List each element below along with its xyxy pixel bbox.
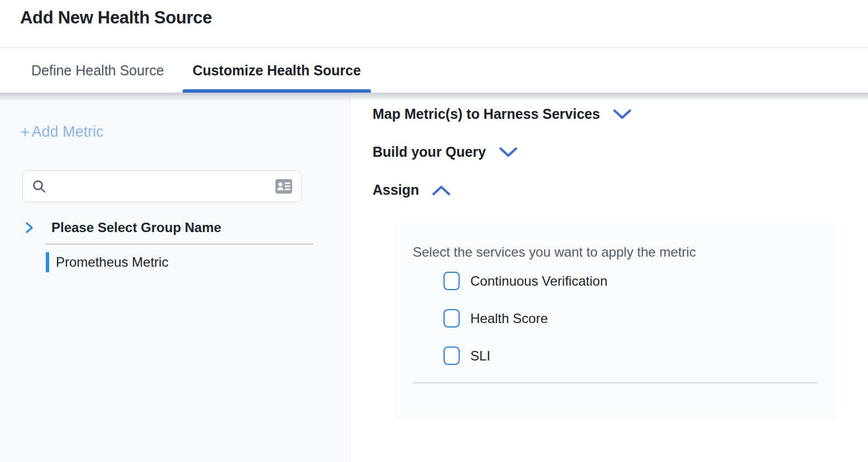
assign-helper-text: Select the services you want to apply th… bbox=[413, 244, 696, 260]
checkbox-continuous-verification[interactable] bbox=[443, 272, 460, 290]
chevron-up-icon bbox=[431, 184, 451, 196]
chevron-down-icon bbox=[498, 146, 518, 158]
section-label: Assign bbox=[373, 182, 419, 198]
chevron-right-icon bbox=[25, 220, 34, 235]
checkbox-sli[interactable] bbox=[443, 346, 460, 365]
checkbox-row-health-score[interactable]: Health Score bbox=[443, 309, 548, 328]
plus-icon: + bbox=[20, 124, 30, 141]
tab-label: Define Health Source bbox=[31, 62, 164, 79]
metric-item-prometheus-metric[interactable]: Prometheus Metric bbox=[46, 252, 168, 272]
checkbox-label: SLI bbox=[470, 348, 490, 364]
tab-customize-health-source[interactable]: Customize Health Source bbox=[183, 49, 371, 93]
group-expander-please-select-group-name[interactable]: Please Select Group Name bbox=[25, 218, 221, 238]
page-title: Add New Health Source bbox=[20, 8, 212, 28]
sidebar: + Add Metric bbox=[0, 93, 350, 462]
section-build-your-query[interactable]: Build your Query bbox=[373, 144, 518, 160]
section-assign[interactable]: Assign bbox=[373, 182, 451, 198]
search-icon bbox=[32, 179, 46, 194]
section-map-metrics-to-harness-services[interactable]: Map Metric(s) to Harness Services bbox=[373, 106, 632, 122]
main-panel: Map Metric(s) to Harness Services Build … bbox=[350, 93, 868, 462]
page-header: Add New Health Source bbox=[0, 0, 868, 48]
chevron-down-icon bbox=[612, 108, 632, 121]
group-name-label: Please Select Group Name bbox=[51, 220, 221, 235]
tab-define-health-source[interactable]: Define Health Source bbox=[21, 49, 174, 93]
checkbox-row-continuous-verification[interactable]: Continuous Verification bbox=[443, 272, 607, 290]
add-health-source-dialog: Add New Health Source Define Health Sour… bbox=[0, 0, 868, 462]
tab-bar: Define Health Source Customize Health So… bbox=[0, 49, 868, 93]
checkbox-row-sli[interactable]: SLI bbox=[443, 346, 490, 365]
section-label: Build your Query bbox=[373, 144, 486, 160]
add-metric-label: Add Metric bbox=[32, 123, 104, 141]
group-divider bbox=[45, 244, 313, 244]
metric-name-label: Prometheus Metric bbox=[56, 254, 168, 270]
content-area: + Add Metric bbox=[0, 93, 868, 462]
assign-panel: Select the services you want to apply th… bbox=[395, 223, 836, 418]
tab-label: Customize Health Source bbox=[193, 62, 361, 79]
add-metric-button[interactable]: + Add Metric bbox=[20, 123, 104, 141]
section-label: Map Metric(s) to Harness Services bbox=[373, 106, 600, 122]
checkbox-health-score[interactable] bbox=[443, 309, 460, 328]
checkbox-label: Continuous Verification bbox=[470, 273, 607, 289]
search-input[interactable] bbox=[52, 179, 270, 194]
contact-card-icon[interactable] bbox=[275, 179, 292, 194]
checkbox-label: Health Score bbox=[470, 311, 548, 326]
panel-divider bbox=[413, 382, 818, 383]
metric-search-box bbox=[22, 170, 302, 203]
selected-metric-indicator bbox=[46, 252, 49, 272]
